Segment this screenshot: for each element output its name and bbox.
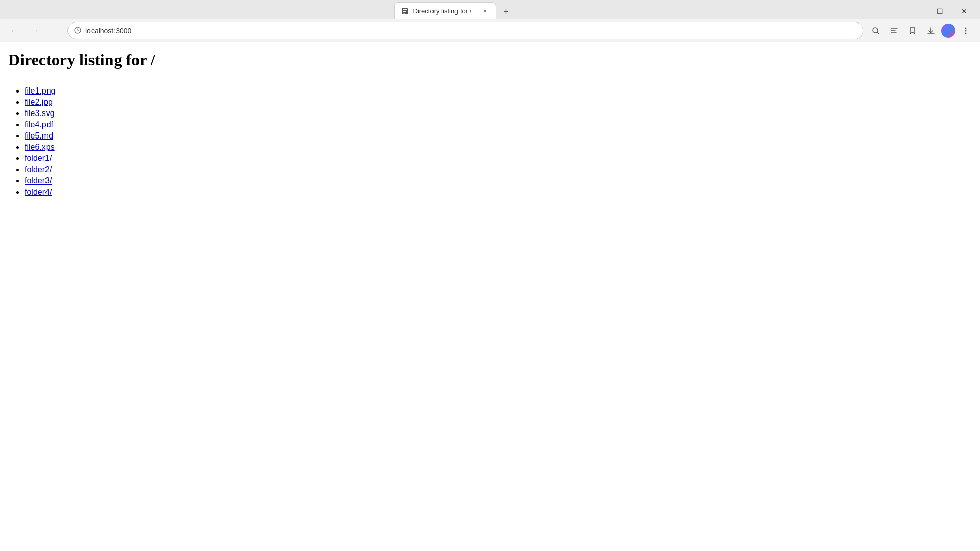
profile-avatar[interactable] xyxy=(941,24,955,38)
list-item: file2.jpg xyxy=(25,98,972,107)
forward-button[interactable]: → xyxy=(27,22,43,39)
active-tab[interactable]: Directory listing for / × xyxy=(394,2,496,19)
tab-close-button[interactable]: × xyxy=(481,7,490,16)
address-bar[interactable]: localhost:3000 xyxy=(67,22,863,39)
refresh-button[interactable] xyxy=(47,22,63,39)
page-title: Directory listing for / xyxy=(8,51,972,70)
list-item: file4.pdf xyxy=(25,120,972,129)
svg-rect-3 xyxy=(403,13,405,14)
top-divider xyxy=(8,78,972,78)
svg-rect-2 xyxy=(403,11,406,12)
toolbar-right xyxy=(868,22,974,39)
svg-point-7 xyxy=(965,30,967,32)
list-item: file6.xps xyxy=(25,143,972,152)
file-link-file6xps[interactable]: file6.xps xyxy=(25,143,55,151)
svg-point-8 xyxy=(965,33,967,34)
tab-favicon-icon xyxy=(401,7,409,15)
search-page-button[interactable] xyxy=(868,22,884,39)
address-text: localhost:3000 xyxy=(85,27,857,35)
reader-mode-button[interactable] xyxy=(886,22,902,39)
file-link-file1png[interactable]: file1.png xyxy=(25,86,56,95)
list-item: file3.svg xyxy=(25,109,972,118)
file-link-folder3[interactable]: folder3/ xyxy=(25,176,52,185)
page-content: Directory listing for / file1.png file2.… xyxy=(0,42,980,531)
file-link-file4pdf[interactable]: file4.pdf xyxy=(25,120,53,129)
bookmark-button[interactable] xyxy=(904,22,921,39)
tab-bar: Directory listing for / × + — ☐ ✕ xyxy=(0,0,980,19)
security-icon xyxy=(74,27,81,35)
file-link-folder1[interactable]: folder1/ xyxy=(25,154,52,163)
navigation-toolbar: ← → localhost:3000 xyxy=(0,19,980,42)
list-item: file5.md xyxy=(25,131,972,141)
file-link-folder2[interactable]: folder2/ xyxy=(25,165,52,174)
svg-point-6 xyxy=(965,28,967,29)
list-item: folder4/ xyxy=(25,188,972,197)
window-controls: — ☐ ✕ xyxy=(903,3,976,19)
bottom-divider xyxy=(8,205,972,205)
list-item: folder3/ xyxy=(25,176,972,186)
list-item: folder1/ xyxy=(25,154,972,163)
file-link-file2jpg[interactable]: file2.jpg xyxy=(25,98,53,106)
list-item: folder2/ xyxy=(25,165,972,174)
minimize-button[interactable]: — xyxy=(903,3,927,19)
browser-menu-button[interactable] xyxy=(958,22,974,39)
close-button[interactable]: ✕ xyxy=(952,3,976,19)
file-link-folder4[interactable]: folder4/ xyxy=(25,188,52,196)
back-button[interactable]: ← xyxy=(6,22,22,39)
list-item: file1.png xyxy=(25,86,972,96)
browser-chrome: Directory listing for / × + — ☐ ✕ ← → lo… xyxy=(0,0,980,42)
file-list: file1.png file2.jpg file3.svg file4.pdf … xyxy=(8,86,972,197)
new-tab-button[interactable]: + xyxy=(498,4,514,19)
maximize-button[interactable]: ☐ xyxy=(928,3,951,19)
file-link-file5md[interactable]: file5.md xyxy=(25,131,53,140)
tab-title: Directory listing for / xyxy=(413,7,476,15)
file-link-file3svg[interactable]: file3.svg xyxy=(25,109,55,118)
svg-rect-1 xyxy=(403,9,407,10)
download-button[interactable] xyxy=(923,22,939,39)
